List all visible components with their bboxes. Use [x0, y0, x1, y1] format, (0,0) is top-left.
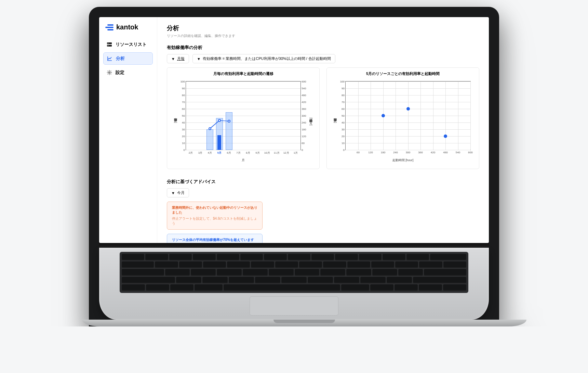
logo-icon	[105, 24, 113, 30]
main-content: 分析 リソースの詳細を確認、編集、操作できます 有効稼働率の分析 ▼ 月毎 ▼ …	[157, 17, 489, 243]
x-axis-label: 起動時間 [hour]	[392, 158, 414, 163]
caret-down-icon: ▼	[171, 57, 175, 61]
advice-body: 停止アラートを設定して、$4.8のコストを削減しましょう	[172, 216, 257, 226]
svg-point-4	[109, 72, 110, 73]
y-axis-label: 有効利用率 [%]	[333, 118, 337, 124]
page-subtitle: リソースの詳細を確認、編集、操作できます	[167, 34, 479, 38]
sidebar-item-analysis[interactable]: 分析	[103, 52, 153, 65]
advice-title: 業務時間外に、使われていない起動中のリソースがありました	[172, 205, 257, 215]
chart-resource-scatter: 5月のリソースごとの有効利用率と起動時間 有効利用率 [%] 起動時間 [hou…	[326, 67, 479, 169]
chart-line-icon	[107, 56, 112, 61]
caret-down-icon: ▼	[171, 191, 175, 195]
caret-down-icon: ▼	[197, 57, 201, 61]
filter-advice-period[interactable]: ▼ 今月	[167, 188, 189, 197]
brand-logo: kantok	[103, 23, 153, 31]
sidebar-item-label: リソースリスト	[116, 41, 147, 48]
sidebar-item-settings[interactable]: 設定	[103, 67, 153, 78]
section-title-utilization: 有効稼働率の分析	[167, 44, 479, 51]
chart-title: 5月のリソースごとの有効利用率と起動時間	[331, 71, 475, 76]
chart-title: 月毎の有効利用率と起動時間の遷移	[171, 71, 315, 76]
advice-title: リソース全体の平均有効稼働率が70%を超えています	[172, 237, 257, 242]
sidebar: kantok リソースリスト 分析 設定	[99, 17, 157, 243]
chart-monthly-utilization: 月毎の有効利用率と起動時間の遷移 有効利用率 [%] 起動時間 [hour] 月…	[167, 67, 320, 169]
filter-period-label: 月毎	[177, 56, 185, 61]
y-left-axis-label: 有効利用率 [%]	[173, 118, 178, 124]
filter-metric-definition[interactable]: ▼ 有効稼働率 = 業務時間、またはCPU利用率が30%以上の時間 / 合計起動…	[192, 54, 335, 63]
filter-metric-label: 有効稼働率 = 業務時間、またはCPU利用率が30%以上の時間 / 合計起動時間	[203, 56, 331, 61]
laptop-keyboard	[99, 248, 489, 320]
gear-icon	[107, 70, 112, 75]
server-icon	[107, 42, 112, 47]
advice-card-positive[interactable]: リソース全体の平均有効稼働率が70%を超えています 非常にコスト効率の良いリソー…	[167, 234, 263, 243]
x-axis-label: 月	[242, 158, 245, 163]
sidebar-item-resource-list[interactable]: リソースリスト	[103, 39, 153, 50]
svg-point-3	[108, 46, 108, 46]
y-right-axis-label: 起動時間 [hour]	[309, 117, 313, 126]
plot-area: 0010602012030180402405030060360704208048…	[186, 81, 301, 150]
filter-period[interactable]: ▼ 月毎	[167, 54, 189, 63]
sidebar-item-label: 設定	[116, 69, 124, 76]
filter-advice-label: 今月	[177, 190, 185, 195]
svg-point-2	[108, 43, 108, 44]
brand-name: kantok	[116, 23, 138, 31]
section-title-advice: 分析に基づくアドバイス	[167, 179, 479, 185]
advice-card-warning[interactable]: 業務時間外に、使われていない起動中のリソースがありました 停止アラートを設定して…	[167, 202, 263, 230]
plot-area: 0102030405060708090100601201802403003604…	[345, 81, 471, 150]
page-title: 分析	[167, 24, 479, 32]
sidebar-item-label: 分析	[116, 55, 125, 62]
